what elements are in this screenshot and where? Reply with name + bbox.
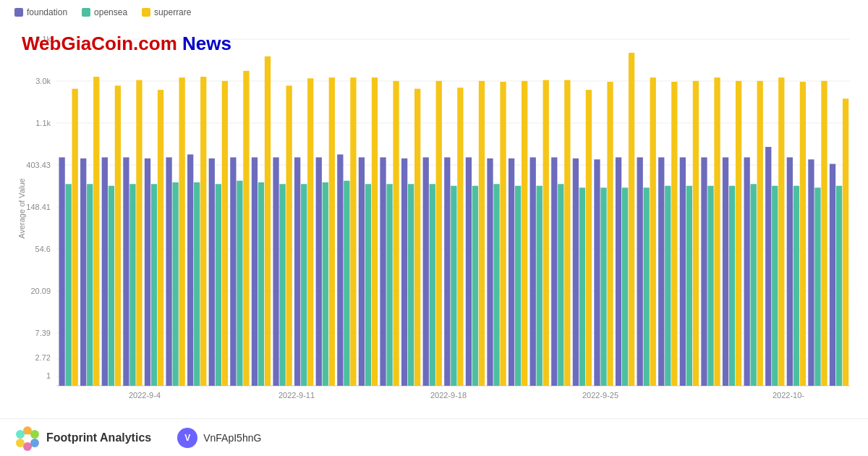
bar-opensea-21	[515, 186, 521, 386]
bar-superrare-12	[329, 77, 335, 386]
svg-point-5	[16, 430, 25, 439]
legend-color-opensea	[82, 8, 90, 17]
bar-foundation-29	[680, 157, 686, 386]
x-axis-title: Block Timestamp	[420, 403, 486, 404]
bar-foundation-35	[808, 159, 814, 386]
bar-superrare-1	[93, 77, 99, 386]
bar-opensea-31	[729, 186, 735, 386]
bar-opensea-33	[772, 186, 778, 386]
bar-foundation-20	[487, 159, 493, 386]
bar-opensea-15	[386, 184, 392, 386]
title-part1: WebGiaCoin.com	[22, 33, 177, 54]
bars-group	[59, 53, 848, 386]
bar-chart: 8.1k 3.0k 1.1k 403.43 148.41 54.6 20.09 …	[14, 20, 854, 404]
bar-superrare-30	[714, 77, 720, 386]
bar-opensea-10	[279, 184, 285, 386]
bar-foundation-8	[230, 157, 236, 386]
bar-foundation-34	[787, 157, 793, 386]
y-label-20: 20.09	[30, 287, 51, 295]
user-name: VnFApI5hnG	[203, 432, 261, 444]
bar-superrare-21	[522, 81, 527, 386]
bar-foundation-1	[80, 159, 86, 386]
bar-superrare-32	[757, 81, 763, 386]
y-label-1: 1	[46, 371, 51, 380]
page-title: WebGiaCoin.com News	[22, 33, 231, 55]
bar-opensea-5	[172, 182, 178, 386]
bar-superrare-20	[500, 82, 506, 386]
bar-foundation-23	[551, 157, 557, 386]
user-initial: V	[184, 433, 190, 443]
bar-opensea-27	[644, 187, 650, 386]
bar-foundation-7	[209, 159, 215, 386]
bar-opensea-11	[301, 184, 307, 386]
user-avatar: V	[177, 428, 197, 448]
y-axis-title: Average of Value	[17, 178, 26, 238]
bar-opensea-7	[216, 184, 221, 386]
bar-foundation-9	[252, 157, 258, 386]
bar-opensea-19	[472, 186, 478, 386]
bar-opensea-35	[814, 187, 820, 386]
bar-superrare-35	[821, 81, 827, 386]
svg-point-1	[30, 430, 39, 439]
bar-foundation-24	[573, 159, 579, 386]
bar-opensea-20	[493, 184, 499, 386]
bar-superrare-5	[179, 77, 185, 386]
bar-foundation-11	[294, 157, 300, 386]
x-label-oct: 2022-10-	[773, 391, 804, 400]
y-label-2: 2.72	[35, 353, 51, 362]
bar-foundation-5	[166, 157, 171, 386]
legend-color-foundation	[14, 8, 23, 17]
bar-foundation-3	[123, 157, 129, 386]
x-label-sep11: 2022-9-11	[278, 391, 315, 400]
bar-superrare-25	[607, 82, 613, 386]
bar-opensea-22	[537, 186, 542, 386]
x-label-sep25: 2022-9-25	[582, 391, 618, 400]
bar-opensea-1	[87, 184, 93, 386]
bar-foundation-12	[316, 157, 322, 386]
bar-superrare-22	[543, 80, 549, 386]
bar-foundation-10	[273, 157, 278, 386]
legend-label-opensea: opensea	[94, 7, 127, 17]
title-part2: News	[177, 33, 231, 54]
bar-foundation-32	[744, 157, 750, 386]
bar-superrare-13	[350, 77, 356, 386]
bar-superrare-33	[778, 77, 784, 386]
y-label-403: 403.43	[26, 161, 51, 169]
bar-foundation-18	[444, 157, 450, 386]
bar-opensea-12	[323, 182, 328, 386]
bar-opensea-9	[258, 182, 264, 386]
legend-item-superrare: superrare	[142, 7, 191, 17]
bar-foundation-2	[102, 157, 108, 386]
bar-foundation-19	[466, 157, 472, 386]
chart-container: foundation opensea superrare WebGiaCoin.…	[0, 0, 868, 456]
bar-superrare-7	[222, 81, 228, 386]
bar-foundation-28	[658, 157, 664, 386]
bar-foundation-26	[616, 157, 621, 386]
svg-point-6	[24, 434, 31, 442]
bar-foundation-36	[830, 164, 835, 386]
bar-opensea-18	[451, 186, 456, 386]
bar-superrare-3	[136, 80, 142, 386]
bar-foundation-15	[380, 157, 386, 386]
bar-superrare-29	[693, 81, 699, 386]
bar-foundation-14	[359, 157, 365, 386]
x-label-sep4: 2022-9-4	[129, 391, 161, 400]
bar-superrare-0	[72, 89, 78, 386]
bar-superrare-23	[564, 80, 570, 386]
bar-opensea-36	[836, 186, 842, 386]
bar-opensea-0	[66, 184, 72, 386]
footer: Footprint Analytics V VnFApI5hnG	[0, 418, 868, 456]
bar-opensea-25	[600, 187, 606, 386]
bar-opensea-8	[237, 181, 242, 386]
bar-superrare-31	[736, 81, 741, 386]
bar-foundation-25	[594, 159, 600, 386]
bar-opensea-34	[793, 186, 799, 386]
bar-opensea-2	[109, 186, 114, 386]
bar-foundation-13	[337, 154, 343, 386]
legend-item-opensea: opensea	[82, 7, 127, 17]
y-label-7: 7.39	[35, 329, 51, 337]
legend-item-foundation: foundation	[14, 7, 67, 17]
bar-opensea-30	[707, 186, 713, 386]
bar-superrare-14	[372, 77, 378, 386]
bar-opensea-4	[151, 184, 157, 386]
